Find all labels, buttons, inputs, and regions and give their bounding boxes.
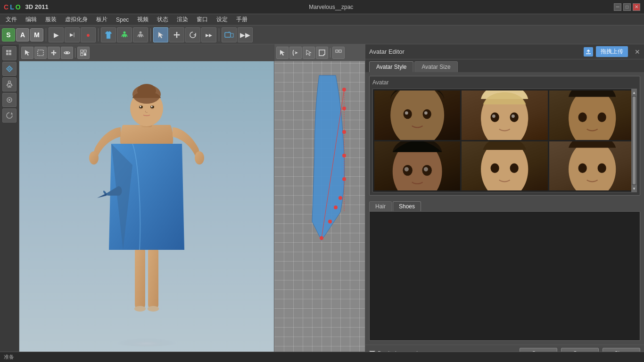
viewport-2d[interactable] [274, 44, 365, 362]
rotate-btn[interactable] [185, 27, 200, 42]
menu-manual[interactable]: 手册 [232, 15, 251, 25]
vp2d-toolbar [274, 44, 365, 61]
upload-button[interactable]: 拖拽上传 [596, 46, 628, 57]
svg-point-47 [342, 177, 346, 181]
avatar-tab-bar: Avatar Style Avatar Size [365, 59, 644, 72]
svg-point-46 [342, 154, 346, 157]
toolbar-a-btn[interactable]: A [16, 28, 29, 41]
figure-btn[interactable] [117, 27, 132, 42]
toolbar-s-btn[interactable]: S [2, 28, 15, 41]
menu-window[interactable]: 窗口 [193, 15, 212, 25]
main-toolbar: S A M ▶ ▶| ● [0, 25, 644, 44]
tab-avatar-style[interactable]: Avatar Style [369, 61, 413, 72]
svg-rect-11 [8, 67, 11, 70]
menu-pattern[interactable]: 板片 [92, 15, 111, 25]
play-button[interactable]: ▶ [49, 27, 64, 42]
avatar-face-3-svg [549, 90, 635, 140]
avatar-cell-1[interactable] [374, 90, 460, 140]
avatar-cell-2[interactable] [462, 90, 547, 140]
svg-rect-19 [81, 50, 83, 52]
avatar-cell-6[interactable] [549, 141, 635, 191]
move2-icon [50, 49, 57, 56]
avatar-face-grid[interactable] [372, 89, 637, 192]
svg-point-23 [109, 332, 184, 346]
svg-point-16 [8, 99, 10, 101]
svg-point-0 [124, 31, 126, 33]
vp3d-move-btn[interactable] [48, 47, 60, 59]
avatar-cell-4[interactable] [374, 141, 460, 191]
menu-garment[interactable]: 服装 [41, 15, 60, 25]
viewport-2d-grid [274, 44, 365, 362]
logo-l: L [10, 3, 14, 11]
logo-c: C [4, 3, 8, 11]
svg-rect-9 [6, 53, 8, 55]
body-icon [6, 81, 13, 88]
close-button[interactable]: ✕ [633, 3, 640, 11]
scroll-down[interactable]: ▼ [632, 185, 636, 192]
svg-point-50 [328, 220, 332, 223]
menu-settings[interactable]: 设定 [213, 15, 231, 25]
avatar-section-label: Avatar [372, 79, 637, 86]
vp2d-cursor-btn[interactable] [276, 47, 289, 59]
refresh-btn[interactable] [2, 108, 17, 123]
step-button[interactable]: ▶| [65, 27, 80, 42]
tab-hair[interactable]: Hair [369, 201, 392, 211]
avatar-cell-5[interactable] [462, 141, 547, 191]
extra-icon [80, 49, 87, 56]
vp3d-extra-btn[interactable] [77, 47, 90, 59]
scroll-up[interactable]: ▲ [632, 89, 636, 96]
scale-btn[interactable]: ▸▸ [201, 27, 216, 42]
svg-line-2 [126, 34, 127, 37]
vp2d-transform-btn[interactable] [316, 47, 328, 59]
avatar-editor-titlebar: Avatar Editor 拖拽上传 ✕ [365, 44, 644, 59]
svg-point-76 [597, 163, 606, 173]
maximize-button[interactable]: □ [623, 3, 631, 11]
menu-render[interactable]: 渲染 [173, 15, 192, 25]
move-btn[interactable] [169, 27, 184, 42]
view-btn[interactable] [2, 93, 17, 107]
menu-video[interactable]: 视频 [133, 15, 152, 25]
avatar-editor-close-button[interactable]: ✕ [635, 48, 640, 56]
sim-icon [224, 31, 234, 39]
vp2d-extra-btn[interactable] [332, 47, 345, 59]
menu-file[interactable]: 文件 [2, 15, 21, 25]
left-panel [0, 44, 19, 362]
select-btn[interactable] [153, 27, 168, 42]
file-title: Marvelous__zpac [309, 4, 353, 10]
avatar-cell-3[interactable] [549, 90, 635, 140]
minimize-button[interactable]: ─ [614, 3, 621, 11]
menu-state[interactable]: 状态 [153, 15, 172, 25]
more-btn[interactable]: ▶▶ [238, 27, 253, 42]
scroll-thumb[interactable] [633, 97, 636, 184]
vp3d-sep [75, 48, 75, 58]
svg-point-75 [578, 163, 586, 173]
tab-avatar-size[interactable]: Avatar Size [414, 61, 457, 72]
toolbar-m-btn[interactable]: M [30, 28, 43, 41]
viewport-3d[interactable] [19, 44, 274, 362]
svg-point-49 [334, 206, 338, 209]
transform-btn[interactable] [2, 62, 17, 76]
vp3d-select-btn[interactable] [34, 47, 47, 59]
menu-edit[interactable]: 编辑 [22, 15, 41, 25]
vp2d-select-btn[interactable] [289, 47, 302, 59]
grid-btn[interactable] [2, 46, 17, 60]
tab-shoes[interactable]: Shoes [393, 201, 421, 211]
vp3d-eye-btn[interactable] [61, 47, 73, 59]
menu-avatar[interactable]: 虚拟化身 [61, 15, 91, 25]
svg-point-31 [137, 84, 156, 97]
sim-btn[interactable] [222, 27, 237, 42]
figure-btn2[interactable] [133, 27, 148, 42]
menu-spec[interactable]: Spec [112, 16, 132, 24]
select-icon [37, 49, 44, 56]
grid-icon [6, 49, 13, 57]
avatar-grid-scrollbar[interactable]: ▲ ▼ [631, 89, 637, 192]
record-button[interactable]: ● [81, 27, 96, 42]
svg-rect-41 [339, 50, 341, 52]
main-area: Avatar Editor 拖拽上传 ✕ Avatar Style Avatar… [0, 44, 644, 362]
svg-point-18 [66, 52, 68, 54]
logo-o: O [16, 3, 21, 11]
body-btn[interactable] [2, 77, 17, 91]
garment-btn[interactable] [101, 27, 116, 42]
vp2d-pointer-btn[interactable] [303, 47, 315, 59]
vp3d-cursor-btn[interactable] [21, 47, 33, 59]
